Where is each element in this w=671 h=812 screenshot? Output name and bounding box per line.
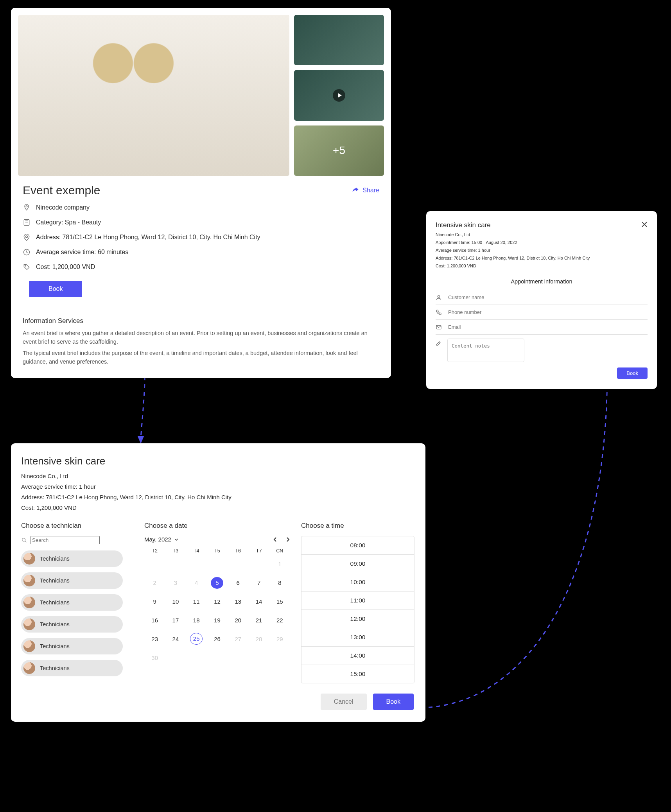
booking-picker-card: Intensive skin care Ninecode Co., Ltd Av… xyxy=(11,443,425,722)
meta-list: Ninecode company Category: Spa - Beauty … xyxy=(23,200,379,274)
form-line-4: Cost: 1,200,000 VND xyxy=(436,263,648,268)
technician-item[interactable]: Technicians xyxy=(21,616,123,633)
clock-icon xyxy=(23,248,30,256)
calendar-day[interactable]: 4 xyxy=(186,577,207,589)
time-slot[interactable]: 08:00 xyxy=(301,536,414,555)
calendar-day[interactable]: 29 xyxy=(269,633,290,645)
calendar-day[interactable]: 3 xyxy=(165,577,186,589)
calendar-day[interactable]: 11 xyxy=(186,596,207,608)
month-selector[interactable]: May, 2022 xyxy=(144,536,178,543)
close-icon[interactable] xyxy=(641,221,648,228)
name-input[interactable] xyxy=(447,294,648,301)
prev-month-icon[interactable] xyxy=(273,537,278,542)
technician-column: Choose a technician TechniciansTechnicia… xyxy=(21,522,123,683)
name-field[interactable] xyxy=(436,290,648,305)
calendar-day[interactable]: 30 xyxy=(144,652,165,664)
technician-item[interactable]: Technicians xyxy=(21,660,123,676)
picker-book-button[interactable]: Book xyxy=(373,694,414,710)
svg-point-6 xyxy=(25,265,26,266)
event-detail-card: +5 Event exemple Share Ninecode company … xyxy=(11,8,391,378)
email-input[interactable] xyxy=(447,324,648,330)
technician-item[interactable]: Technicians xyxy=(21,550,123,567)
thumbnail-1[interactable] xyxy=(294,15,384,65)
share-icon xyxy=(352,186,359,194)
time-slot[interactable]: 11:00 xyxy=(301,591,414,610)
form-line-3: Address: 781/C1-C2 Le Hong Phong, Ward 1… xyxy=(436,256,648,260)
picker-company: Ninecode Co., Ltd xyxy=(21,473,415,479)
next-month-icon[interactable] xyxy=(285,537,290,542)
category-icon xyxy=(23,219,30,226)
thumbnail-more[interactable]: +5 xyxy=(294,125,384,176)
time-slot[interactable]: 09:00 xyxy=(301,554,414,573)
main-image[interactable] xyxy=(18,15,289,176)
calendar-day[interactable]: 24 xyxy=(165,633,186,645)
calendar-day[interactable]: 23 xyxy=(144,633,165,645)
meta-address: Address: 781/C1-C2 Le Hong Phong, Ward 1… xyxy=(36,234,260,241)
calendar-day[interactable]: 22 xyxy=(269,615,290,626)
technician-item[interactable]: Technicians xyxy=(21,572,123,589)
calendar-day[interactable]: 19 xyxy=(207,615,228,626)
technician-search[interactable] xyxy=(21,536,123,544)
search-icon xyxy=(21,537,27,543)
calendar-day[interactable]: 8 xyxy=(269,577,290,589)
calendar-day[interactable]: 21 xyxy=(248,615,269,626)
phone-field[interactable] xyxy=(436,305,648,320)
phone-input[interactable] xyxy=(447,309,648,315)
time-heading: Choose a time xyxy=(301,522,414,530)
meta-cost: Cost: 1,200,000 VND xyxy=(36,263,95,271)
calendar-day[interactable]: 1 xyxy=(269,558,290,570)
form-line-0: Ninecode Co., Ltd xyxy=(436,232,648,237)
calendar-day[interactable]: 26 xyxy=(207,633,228,645)
time-slot[interactable]: 14:00 xyxy=(301,646,414,665)
form-title: Intensive skin care xyxy=(436,221,491,229)
technician-heading: Choose a technician xyxy=(21,522,123,530)
month-label: May, 2022 xyxy=(144,536,171,543)
search-input[interactable] xyxy=(30,536,100,544)
calendar-day[interactable]: 28 xyxy=(248,633,269,645)
technician-item[interactable]: Technicians xyxy=(21,638,123,654)
dow-cell: T5 xyxy=(207,548,228,554)
picker-title: Intensive skin care xyxy=(21,455,415,467)
time-slot[interactable]: 13:00 xyxy=(301,628,414,647)
meta-avg-time: Average service time: 60 minutes xyxy=(36,249,128,256)
time-slot[interactable]: 12:00 xyxy=(301,609,414,628)
calendar-day[interactable]: 9 xyxy=(144,596,165,608)
email-field[interactable] xyxy=(436,320,648,335)
calendar-day[interactable]: 2 xyxy=(144,577,165,589)
gallery: +5 xyxy=(18,15,384,176)
calendar-day[interactable]: 25 xyxy=(190,633,203,645)
mail-icon xyxy=(436,324,442,330)
notes-input[interactable] xyxy=(447,339,524,362)
form-book-button[interactable]: Book xyxy=(617,367,648,379)
calendar-day[interactable]: 17 xyxy=(165,615,186,626)
phone-icon xyxy=(436,309,442,315)
calendar-day[interactable]: 12 xyxy=(207,596,228,608)
cancel-button[interactable]: Cancel xyxy=(321,694,367,710)
calendar-day[interactable]: 7 xyxy=(248,577,269,589)
calendar-day[interactable]: 27 xyxy=(228,633,248,645)
info-heading: Information Services xyxy=(23,317,379,325)
time-slot[interactable]: 15:00 xyxy=(301,665,414,683)
calendar-day[interactable]: 6 xyxy=(228,577,248,589)
svg-rect-3 xyxy=(24,220,29,226)
calendar-day[interactable]: 18 xyxy=(186,615,207,626)
calendar-day[interactable]: 5 xyxy=(211,577,223,589)
caret-down-icon xyxy=(174,538,178,541)
share-button[interactable]: Share xyxy=(352,186,379,194)
book-button[interactable]: Book xyxy=(29,281,82,297)
form-line-1: Appointment time: 15:00 - August 20, 202… xyxy=(436,240,648,245)
time-slot[interactable]: 10:00 xyxy=(301,573,414,592)
thumbnail-video[interactable] xyxy=(294,70,384,120)
technician-label: Technicians xyxy=(40,621,70,627)
calendar-day[interactable]: 15 xyxy=(269,596,290,608)
technician-label: Technicians xyxy=(40,643,70,649)
dow-cell: T6 xyxy=(228,548,248,554)
calendar-day[interactable]: 14 xyxy=(248,596,269,608)
calendar-day[interactable]: 16 xyxy=(144,615,165,626)
picker-address: Address: 781/C1-C2 Le Hong Phong, Ward 1… xyxy=(21,494,415,500)
calendar-day[interactable]: 20 xyxy=(228,615,248,626)
calendar-day[interactable]: 13 xyxy=(228,596,248,608)
technician-item[interactable]: Technicians xyxy=(21,594,123,611)
calendar-day[interactable]: 10 xyxy=(165,596,186,608)
date-column: Choose a date May, 2022 T2T3T4T5T6T7CN 1… xyxy=(134,522,290,683)
